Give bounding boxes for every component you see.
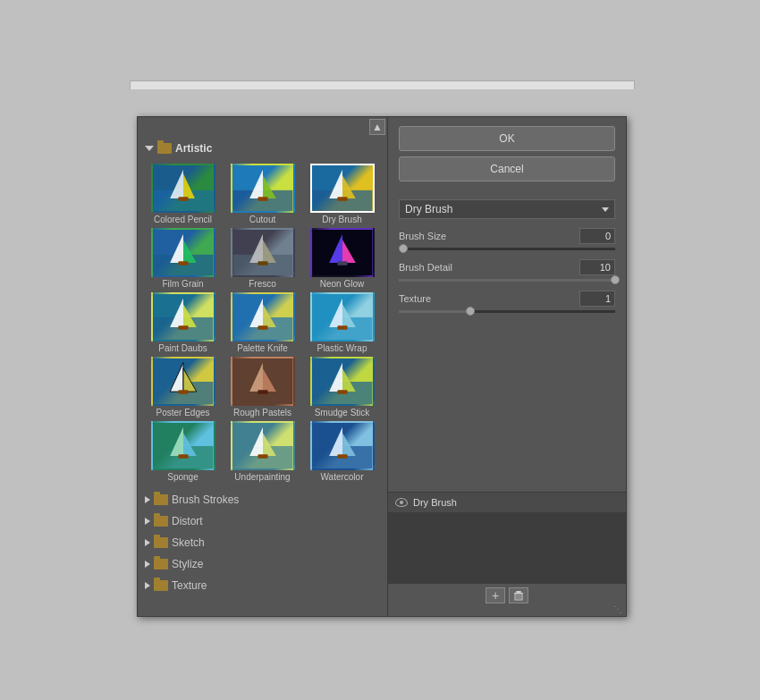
svg-marker-18 [263, 240, 276, 263]
thumb-label-plastic-wrap: Plastic Wrap [317, 343, 367, 353]
sub-category-label: Brush Strokes [172, 493, 239, 506]
texture-slider[interactable] [399, 310, 615, 313]
thumb-neon-glow[interactable]: Neon Glow [304, 228, 380, 289]
texture-label: Texture [399, 293, 576, 304]
category-label: Artistic [175, 142, 212, 155]
sub-category-label: Texture [172, 579, 207, 592]
dropdown-arrow-icon [602, 207, 609, 212]
layer-visibility-toggle[interactable] [395, 498, 408, 507]
folder-icon [154, 580, 168, 591]
svg-marker-45 [329, 363, 342, 392]
sub-arrow-icon [145, 496, 150, 503]
delete-layer-button[interactable] [509, 587, 528, 603]
thumb-underpainting[interactable]: Underpainting [224, 421, 300, 482]
svg-rect-11 [337, 197, 347, 201]
svg-rect-7 [258, 197, 267, 201]
svg-rect-47 [337, 390, 347, 394]
layer-panel: Dry Brush + [388, 492, 626, 607]
artistic-category[interactable]: Artistic [138, 137, 387, 160]
thumb-palette-knife[interactable]: Palette Knife [224, 292, 300, 353]
thumb-plastic-wrap[interactable]: Plastic Wrap [304, 292, 380, 353]
sub-arrow-icon [145, 539, 150, 546]
distort-category[interactable]: Distort [138, 510, 387, 532]
thumb-dry-brush[interactable]: Dry Brush [304, 164, 380, 224]
add-layer-button[interactable]: + [486, 587, 505, 603]
layer-empty-area [388, 512, 626, 584]
svg-rect-55 [258, 454, 267, 459]
svg-rect-15 [178, 261, 188, 266]
svg-marker-58 [342, 433, 356, 456]
svg-rect-23 [337, 261, 347, 266]
thumb-paint-daubs[interactable]: Paint Daubs [145, 292, 221, 353]
svg-marker-38 [183, 368, 197, 392]
sub-category-label: Distort [172, 515, 203, 527]
thumb-label-film-grain: Film Grain [162, 279, 203, 289]
folder-icon [157, 143, 172, 154]
stylize-category[interactable]: Stylize [138, 553, 387, 575]
thumb-sponge[interactable]: Sponge [145, 421, 221, 482]
cancel-button[interactable]: Cancel [399, 156, 615, 181]
svg-marker-54 [263, 433, 276, 456]
svg-marker-53 [249, 427, 263, 456]
svg-marker-57 [329, 427, 342, 456]
thumb-watercolor[interactable]: Watercolor [304, 421, 380, 482]
svg-marker-10 [342, 175, 356, 198]
svg-marker-46 [342, 368, 356, 392]
brush-size-input[interactable] [579, 228, 615, 244]
folder-icon [154, 516, 168, 527]
thumb-smudge-stick[interactable]: Smudge Stick [304, 357, 380, 417]
thumb-label-cutout: Cutout [249, 215, 275, 224]
thumb-label-colored-pencil: Colored Pencil [154, 215, 212, 224]
texture-input[interactable] [579, 291, 615, 307]
svg-marker-34 [342, 304, 356, 327]
svg-rect-51 [178, 454, 188, 459]
folder-icon [154, 559, 168, 569]
resize-handle[interactable]: ⋱ [613, 604, 622, 614]
filter-dropdown[interactable]: Dry Brush [399, 199, 615, 219]
svg-rect-61 [516, 591, 521, 593]
svg-marker-37 [170, 363, 183, 392]
thumb-cutout[interactable]: Cutout [224, 164, 300, 224]
ok-button[interactable]: OK [399, 126, 615, 151]
layer-item: Dry Brush [388, 493, 626, 512]
svg-marker-5 [249, 170, 263, 198]
collapse-button[interactable]: ▲ [369, 119, 385, 135]
brush-strokes-category[interactable]: Brush Strokes [138, 489, 387, 510]
svg-rect-19 [258, 261, 267, 266]
svg-rect-31 [258, 325, 267, 330]
thumb-label-paint-daubs: Paint Daubs [158, 343, 207, 353]
thumb-label-smudge-stick: Smudge Stick [315, 408, 370, 417]
layer-buttons-bar: + [388, 584, 626, 607]
svg-marker-33 [329, 299, 342, 327]
brush-detail-row: Brush Detail [399, 259, 615, 275]
brush-detail-input[interactable] [579, 259, 615, 275]
thumb-label-watercolor: Watercolor [321, 472, 364, 482]
svg-marker-6 [263, 175, 276, 198]
filter-dropdown-value: Dry Brush [405, 203, 452, 215]
thumb-colored-pencil[interactable]: Colored Pencil [145, 164, 221, 224]
texture-category[interactable]: Texture [138, 575, 387, 596]
thumb-poster-edges[interactable]: Poster Edges [145, 357, 221, 417]
brush-size-row: Brush Size [399, 228, 615, 244]
brush-detail-label: Brush Detail [399, 262, 576, 273]
layer-name: Dry Brush [413, 497, 457, 508]
sub-category-label: Sketch [172, 536, 205, 549]
filter-list-panel: ▲ Artistic [138, 117, 388, 616]
svg-rect-43 [258, 390, 267, 394]
folder-icon [154, 494, 168, 505]
thumb-label-dry-brush: Dry Brush [322, 215, 361, 224]
right-panel: OK Cancel Dry Brush Brush Size [388, 117, 626, 616]
svg-rect-27 [178, 325, 188, 330]
svg-marker-30 [263, 304, 276, 327]
sketch-category[interactable]: Sketch [138, 532, 387, 553]
thumb-fresco[interactable]: Fresco [224, 228, 300, 289]
filter-thumbnails-grid: Colored Pencil Cutout [138, 160, 387, 489]
sub-arrow-icon [145, 582, 150, 589]
brush-detail-slider[interactable] [399, 279, 615, 282]
thumb-label-rough-pastels: Rough Pastels [233, 408, 291, 417]
brush-size-slider[interactable] [399, 248, 615, 250]
thumb-rough-pastels[interactable]: Rough Pastels [224, 357, 300, 417]
thumb-label-poster-edges: Poster Edges [156, 408, 209, 417]
thumb-film-grain[interactable]: Film Grain [145, 228, 221, 289]
sub-category-label: Stylize [172, 558, 203, 570]
